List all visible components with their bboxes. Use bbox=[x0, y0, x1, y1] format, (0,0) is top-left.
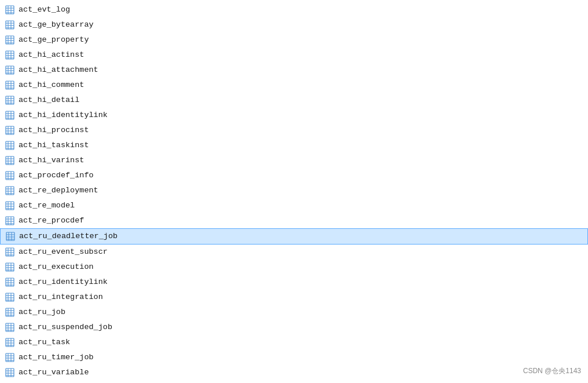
table-grid-icon bbox=[5, 307, 15, 318]
table-grid-icon bbox=[5, 140, 15, 151]
table-grid-icon bbox=[5, 231, 16, 242]
table-name-label: act_hi_detail bbox=[19, 94, 79, 107]
table-name-label: act_ru_suspended_job bbox=[19, 321, 112, 334]
table-grid-icon bbox=[5, 367, 15, 378]
table-name-label: act_ru_integration bbox=[19, 291, 103, 304]
table-name-label: act_hi_attachment bbox=[19, 64, 98, 76]
table-name-label: act_hi_actinst bbox=[19, 49, 84, 61]
watermark-label: CSDN @仓央1143 bbox=[523, 366, 581, 376]
table-item[interactable]: act_re_deployment bbox=[0, 183, 588, 198]
table-item[interactable]: act_re_procdef bbox=[0, 213, 588, 228]
table-item[interactable]: act_ru_identitylink bbox=[0, 275, 588, 290]
table-name-label: act_hi_taskinst bbox=[19, 139, 89, 152]
table-name-label: act_hi_comment bbox=[19, 79, 84, 92]
table-name-label: act_ru_variable bbox=[19, 366, 89, 379]
table-grid-icon bbox=[5, 170, 15, 181]
table-name-label: act_ge_bytearray bbox=[19, 19, 94, 31]
table-item[interactable]: act_evt_log bbox=[0, 2, 588, 17]
table-item[interactable]: act_re_model bbox=[0, 198, 588, 213]
table-item[interactable]: act_hi_comment bbox=[0, 78, 588, 93]
table-item[interactable]: act_hi_identitylink bbox=[0, 108, 588, 123]
table-grid-icon bbox=[5, 125, 15, 136]
table-name-label: act_ru_event_subscr bbox=[19, 246, 108, 258]
table-item[interactable]: act_hi_procinst bbox=[0, 123, 588, 138]
table-name-label: act_re_deployment bbox=[19, 184, 98, 197]
table-item[interactable]: act_ru_job bbox=[0, 305, 588, 320]
table-name-label: act_ru_identitylink bbox=[19, 276, 108, 289]
table-grid-icon bbox=[5, 5, 15, 15]
table-item[interactable]: act_ru_deadletter_job bbox=[0, 228, 588, 245]
table-name-label: act_evt_log bbox=[19, 3, 70, 16]
table-name-label: act_hi_identitylink bbox=[19, 109, 108, 122]
table-grid-icon bbox=[5, 35, 15, 45]
table-name-label: act_ru_deadletter_job bbox=[19, 230, 117, 243]
table-grid-icon bbox=[5, 155, 15, 166]
table-name-label: act_ru_execution bbox=[19, 261, 94, 273]
table-item[interactable]: act_procdef_info bbox=[0, 168, 588, 183]
table-list: act_evt_log act_ge_bytearray act_ge_prop… bbox=[0, 0, 588, 382]
table-name-label: act_re_model bbox=[19, 199, 75, 212]
table-grid-icon bbox=[5, 292, 15, 302]
table-grid-icon bbox=[5, 20, 15, 30]
table-item[interactable]: act_hi_taskinst bbox=[0, 138, 588, 153]
table-item[interactable]: act_ge_bytearray bbox=[0, 17, 588, 32]
table-grid-icon bbox=[5, 65, 15, 75]
table-grid-icon bbox=[5, 80, 15, 90]
table-grid-icon bbox=[5, 262, 15, 272]
table-name-label: act_ru_task bbox=[19, 336, 70, 349]
table-name-label: act_hi_procinst bbox=[19, 124, 89, 137]
table-name-label: act_re_procdef bbox=[19, 214, 84, 227]
table-item[interactable]: act_ru_task bbox=[0, 335, 588, 350]
table-item[interactable]: act_ru_execution bbox=[0, 260, 588, 275]
table-grid-icon bbox=[5, 200, 15, 211]
table-grid-icon bbox=[5, 110, 15, 121]
table-grid-icon bbox=[5, 216, 15, 226]
table-name-label: act_ru_timer_job bbox=[19, 351, 94, 364]
table-name-label: act_ru_job bbox=[19, 306, 65, 319]
table-grid-icon bbox=[5, 185, 15, 196]
table-item[interactable]: act_hi_actinst bbox=[0, 48, 588, 63]
table-item[interactable]: act_hi_varinst bbox=[0, 153, 588, 168]
table-item[interactable]: act_ru_event_subscr bbox=[0, 245, 588, 260]
table-grid-icon bbox=[5, 337, 15, 348]
table-item[interactable]: act_ge_property bbox=[0, 32, 588, 48]
table-name-label: act_hi_varinst bbox=[19, 154, 84, 167]
table-item[interactable]: act_hi_detail bbox=[0, 93, 588, 108]
table-name-label: act_procdef_info bbox=[19, 169, 94, 182]
table-item[interactable]: act_ru_variable bbox=[0, 365, 588, 380]
table-item[interactable]: act_ru_integration bbox=[0, 290, 588, 305]
table-grid-icon bbox=[5, 352, 15, 363]
table-grid-icon bbox=[5, 247, 15, 257]
table-item[interactable]: act_ru_suspended_job bbox=[0, 320, 588, 335]
table-grid-icon bbox=[5, 277, 15, 287]
table-item[interactable]: act_ru_timer_job bbox=[0, 350, 588, 365]
table-item[interactable]: act_hi_attachment bbox=[0, 63, 588, 78]
table-name-label: act_ge_property bbox=[19, 34, 89, 46]
table-grid-icon bbox=[5, 95, 15, 105]
table-grid-icon bbox=[5, 322, 15, 333]
table-grid-icon bbox=[5, 50, 15, 60]
